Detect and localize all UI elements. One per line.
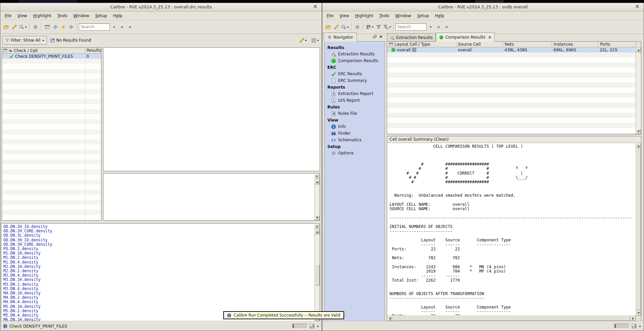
menu-file[interactable]: File [2, 12, 14, 19]
scroll-left-button[interactable] [387, 316, 392, 321]
highlight-center-button[interactable] [59, 22, 67, 31]
density-checks-panel[interactable]: × OD.DN.2H_IO.density OD.DN.2H_CORE.dens… [1, 223, 320, 321]
scrollbar-vertical[interactable] [636, 143, 641, 316]
scrollbar-vertical[interactable] [636, 47, 641, 134]
nav-item-extraction-results[interactable]: Extraction Results [327, 51, 384, 57]
col-layout-cell[interactable]: Layout Cell / Type [395, 42, 430, 47]
highlight-options-button[interactable] [298, 36, 308, 45]
comparison-table-body[interactable]: overall overall 438L, 438S 696L, 696S 22… [387, 47, 636, 134]
nav-item-erc-results[interactable]: ERC Results [327, 70, 384, 77]
highlight-previous-button[interactable] [51, 22, 59, 31]
nav-item-finder[interactable]: Finder [327, 130, 384, 137]
menu-tools[interactable]: Tools [54, 12, 71, 19]
menu-highlight[interactable]: Highlight [352, 12, 376, 19]
filter-button[interactable] [374, 22, 382, 31]
highlight-button[interactable] [10, 22, 18, 31]
nav-item-extraction-report[interactable]: EExtraction Report [327, 90, 384, 97]
search-previous-button[interactable]: « [118, 22, 126, 31]
options-button[interactable] [31, 22, 39, 31]
view-options-icon[interactable] [631, 324, 637, 329]
show-results-button[interactable] [43, 22, 51, 31]
nav-item-rules-file[interactable]: RRules File [327, 110, 384, 117]
search-zoom-button[interactable] [340, 22, 350, 31]
check-table-header[interactable]: Check / Cell Results [2, 48, 101, 54]
scrollbar-thumb[interactable] [636, 149, 641, 310]
col-ports[interactable]: Ports [598, 42, 636, 47]
highlight-next-button[interactable] [67, 22, 75, 31]
close-icon[interactable]: × [634, 4, 640, 10]
nav-item-schematics[interactable]: Schematics [327, 137, 384, 143]
scrollbar-thumb[interactable] [315, 265, 320, 285]
search-zoom-button[interactable] [18, 22, 28, 31]
search-input[interactable] [79, 23, 110, 31]
highlight-colors-button[interactable] [365, 22, 374, 31]
close-tab-icon[interactable]: × [488, 35, 491, 40]
menu-tools[interactable]: Tools [376, 12, 393, 19]
comparison-table-header[interactable]: Layout Cell / Type Source Cell Nets Inst… [387, 42, 641, 47]
options-button[interactable] [353, 22, 361, 31]
dropdown-caret-icon[interactable] [639, 326, 641, 328]
col-instances[interactable]: Instances [552, 42, 598, 47]
tab-comparison-results[interactable]: Comparison Results × [436, 33, 495, 42]
comparison-summary-text[interactable]: CELL COMPARISON RESULTS ( TOP LEVEL ) # … [387, 144, 635, 315]
view-options-icon[interactable] [309, 324, 315, 329]
close-icon[interactable]: × [312, 4, 318, 10]
menu-highlight[interactable]: Highlight [30, 12, 54, 19]
dropdown-caret-icon[interactable] [317, 326, 319, 328]
right-titlebar[interactable]: Calibre - RVE v2024.3_25.13 : svdb overa… [322, 3, 644, 11]
table-row-overall[interactable]: overall overall 438L, 438S 696L, 696S 22… [387, 47, 636, 52]
nav-item-comparison-results[interactable]: Comparison Results [327, 57, 384, 64]
scroll-up-button[interactable] [315, 229, 320, 234]
open-file-button[interactable] [324, 22, 332, 31]
filter-button[interactable]: Filter: Show All [2, 36, 47, 45]
tab-extraction-results[interactable]: Extraction Results [387, 33, 436, 42]
check-table-body[interactable]: Check DENSITY_PRINT_FILES 0 [2, 54, 101, 220]
search-history-button[interactable] [426, 22, 434, 31]
scroll-up-button[interactable] [315, 179, 320, 184]
check-name[interactable]: Check DENSITY_PRINT_FILES [15, 54, 73, 59]
search-previous-button[interactable]: « [434, 22, 443, 31]
highlight-button[interactable] [332, 22, 340, 31]
menu-setup[interactable]: Setup [92, 12, 110, 19]
scrollbar-horizontal[interactable] [387, 316, 636, 321]
close-icon[interactable]: × [314, 224, 319, 229]
nav-item-lvs-report[interactable]: LLVS Report [327, 97, 384, 104]
check-row-density-print-files[interactable]: Check DENSITY_PRINT_FILES 0 [2, 54, 101, 59]
scroll-down-button[interactable] [315, 215, 320, 220]
nav-item-info[interactable]: Info [327, 123, 384, 130]
close-icon[interactable]: × [314, 174, 319, 179]
menu-window[interactable]: Window [392, 12, 414, 19]
search-history-button[interactable] [110, 22, 118, 31]
scrollbar-vertical[interactable] [314, 229, 320, 321]
results-column-header[interactable]: Results [85, 48, 101, 53]
scrollbar-thumb[interactable] [393, 316, 630, 321]
scroll-down-button[interactable] [636, 129, 641, 134]
navigator-tab[interactable]: Navigator [324, 33, 357, 42]
menu-help[interactable]: Help [432, 12, 447, 19]
density-check-list[interactable]: OD.DN.2H_IO.density OD.DN.2H_CORE.densit… [3, 225, 52, 322]
menu-help[interactable]: Help [110, 12, 125, 19]
scroll-up-button[interactable] [636, 143, 641, 148]
scroll-up-button[interactable] [636, 47, 641, 52]
open-file-button[interactable] [2, 22, 10, 31]
close-icon[interactable]: × [379, 34, 383, 39]
menu-file[interactable]: File [324, 12, 336, 19]
menu-view[interactable]: View [14, 12, 30, 19]
menu-window[interactable]: Window [70, 12, 92, 19]
scroll-right-button[interactable] [631, 316, 636, 321]
results-detail-panel[interactable] [103, 47, 320, 171]
nav-item-options[interactable]: Options [327, 150, 384, 156]
menu-view[interactable]: View [336, 12, 352, 19]
layout-views-button[interactable] [310, 36, 320, 45]
layout-cell-value[interactable]: overall [397, 48, 411, 52]
search-next-button[interactable]: » [443, 22, 451, 31]
search-next-button[interactable]: » [126, 22, 134, 31]
scrollbar-vertical[interactable] [314, 179, 320, 220]
nav-item-erc-summary[interactable]: ERC Summary [327, 77, 384, 84]
scroll-down-button[interactable] [636, 311, 641, 316]
col-source-cell[interactable]: Source Cell [456, 42, 503, 47]
menu-setup[interactable]: Setup [414, 12, 432, 19]
undock-icon[interactable] [373, 34, 377, 39]
placement-grid-icon[interactable] [412, 48, 416, 52]
col-nets[interactable]: Nets [503, 42, 552, 47]
